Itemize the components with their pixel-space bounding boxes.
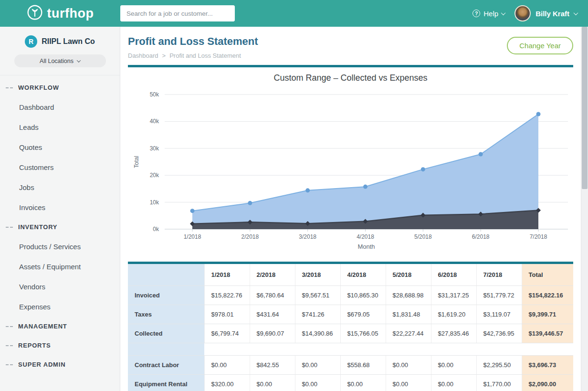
- company-badge-icon: R: [25, 35, 37, 48]
- logo-area[interactable]: turfhop: [0, 4, 120, 22]
- table-cell: $2,295.50: [476, 355, 522, 374]
- column-header-total: Total: [522, 264, 573, 285]
- svg-text:5/2018: 5/2018: [414, 233, 432, 240]
- table-cell: $15,766.05: [340, 324, 386, 343]
- sidebar-nav: WORKFLOWDashboardLeadsQuotesCustomersJob…: [0, 75, 120, 374]
- column-header: 4/2018: [340, 264, 386, 285]
- sidebar-section-inventory[interactable]: INVENTORY: [0, 218, 120, 237]
- sidebar-company-block: R RIIPL Lawn Co All Locations: [0, 27, 120, 75]
- sidebar-item-invoices[interactable]: Invoices: [0, 198, 120, 218]
- location-selector[interactable]: All Locations: [14, 54, 106, 67]
- row-total: $3,696.73: [522, 355, 573, 374]
- help-label: Help: [483, 10, 498, 18]
- table-cell: [340, 343, 386, 355]
- table-cell: $679.05: [340, 305, 386, 324]
- table-cell: $22,227.44: [386, 324, 431, 343]
- row-total: $2,090.00: [522, 374, 573, 391]
- table-cell: $10,865.30: [340, 285, 386, 305]
- table-cell: $0.00: [295, 355, 340, 374]
- sidebar-section-label: REPORTS: [18, 342, 51, 349]
- table-cell: $0.00: [386, 355, 431, 374]
- sidebar-item-jobs[interactable]: Jobs: [0, 178, 120, 198]
- table-cell: $14,390.86: [295, 324, 340, 343]
- app-logo-text: turfhop: [47, 6, 94, 21]
- table-cell: $0.00: [431, 355, 476, 374]
- search-input[interactable]: [120, 5, 235, 21]
- table-corner-cell: [128, 264, 204, 285]
- page-title: Profit and Loss Statement: [128, 35, 573, 48]
- chart-card: Custom Range – Collected vs Expenses 0k1…: [128, 67, 573, 262]
- tree-dash-icon: [6, 227, 13, 228]
- table-cell: $6,799.74: [204, 324, 250, 343]
- breadcrumb-separator: >: [162, 52, 166, 59]
- svg-text:1/2018: 1/2018: [184, 233, 201, 240]
- table-cell: $0.00: [250, 374, 295, 391]
- table-cell: $558.68: [340, 355, 386, 374]
- row-total: $139,446.57: [522, 324, 573, 343]
- table-cell: $320.00: [204, 374, 250, 391]
- breadcrumb-dashboard[interactable]: Dashboard: [128, 52, 158, 59]
- row-label: [128, 343, 204, 355]
- user-menu[interactable]: Billy Kraft: [514, 5, 578, 21]
- sidebar-item-dashboard[interactable]: Dashboard: [0, 97, 120, 117]
- table-cell: [295, 343, 340, 355]
- column-header: 2/2018: [250, 264, 295, 285]
- row-label: Equipment Rental: [128, 374, 204, 391]
- company-row[interactable]: R RIIPL Lawn Co: [0, 35, 120, 48]
- sidebar-item-quotes[interactable]: Quotes: [0, 137, 120, 158]
- table-cell: [431, 343, 476, 355]
- svg-text:20k: 20k: [150, 172, 159, 179]
- table-cell: $842.55: [250, 355, 295, 374]
- chevron-down-icon: [501, 11, 506, 15]
- table-cell: $0.00: [295, 374, 340, 391]
- help-menu[interactable]: ? Help: [472, 10, 505, 18]
- sidebar-item-expenses[interactable]: Expenses: [0, 297, 120, 317]
- row-label: Taxes: [128, 305, 204, 324]
- top-navbar: turfhop ? Help Billy Kraft: [0, 0, 588, 27]
- svg-text:7/2018: 7/2018: [530, 233, 547, 240]
- row-label: Invoiced: [128, 285, 204, 305]
- table-spacer-row: [128, 343, 573, 355]
- table-cell: $0.00: [431, 374, 476, 391]
- table-cell: $3,119.07: [476, 305, 522, 324]
- sidebar-section-label: MANAGEMENT: [18, 323, 67, 330]
- row-total: [522, 343, 573, 355]
- svg-text:30k: 30k: [150, 145, 159, 152]
- sidebar-item-products-services[interactable]: Products / Services: [0, 237, 120, 257]
- sidebar-section-management[interactable]: MANAGEMENT: [0, 317, 120, 336]
- table-cell: $31,317.25: [431, 285, 476, 305]
- table-cell: [204, 343, 250, 355]
- breadcrumb-current: Profit and Loss Statement: [169, 52, 241, 59]
- help-icon: ?: [472, 10, 480, 17]
- table-header-row: 1/20182/20183/20184/20185/20186/20187/20…: [128, 264, 573, 285]
- change-year-button[interactable]: Change Year: [507, 37, 573, 54]
- sidebar-section-super-admin[interactable]: SUPER ADMIN: [0, 355, 120, 374]
- scrollbar-thumb[interactable]: [582, 27, 588, 189]
- svg-text:50k: 50k: [150, 91, 159, 98]
- user-name: Billy Kraft: [536, 10, 569, 18]
- app-root: turfhop ? Help Billy Kraft R RIIPL Lawn …: [0, 0, 588, 391]
- scrollbar[interactable]: [581, 27, 588, 391]
- column-header: 7/2018: [476, 264, 522, 285]
- sidebar-section-reports[interactable]: REPORTS: [0, 336, 120, 355]
- tree-dash-icon: [6, 326, 13, 327]
- svg-text:6/2018: 6/2018: [472, 233, 490, 240]
- user-avatar: [514, 5, 531, 21]
- svg-text:0k: 0k: [153, 226, 159, 232]
- table-cell: $15,822.76: [204, 285, 250, 305]
- sidebar-item-customers[interactable]: Customers: [0, 158, 120, 178]
- sidebar-section-label: INVENTORY: [18, 223, 57, 231]
- table-cell: [386, 343, 431, 355]
- svg-text:2/2018: 2/2018: [241, 233, 259, 240]
- sidebar-section-workflow[interactable]: WORKFLOW: [0, 78, 120, 97]
- sidebar-item-assets-equipment[interactable]: Assets / Equipment: [0, 257, 120, 277]
- table-cell: [250, 343, 295, 355]
- sidebar-item-vendors[interactable]: Vendors: [0, 277, 120, 297]
- table-cell: $51,779.72: [476, 285, 522, 305]
- pl-chart-svg: 0k10k20k30k40k50k1/20182/20183/20184/201…: [128, 85, 572, 260]
- table-cell: [476, 343, 522, 355]
- tree-dash-icon: [6, 87, 13, 88]
- sidebar-item-leads[interactable]: Leads: [0, 117, 120, 137]
- table-cell: $27,835.46: [431, 324, 476, 343]
- table-cell: $28,688.98: [386, 285, 431, 305]
